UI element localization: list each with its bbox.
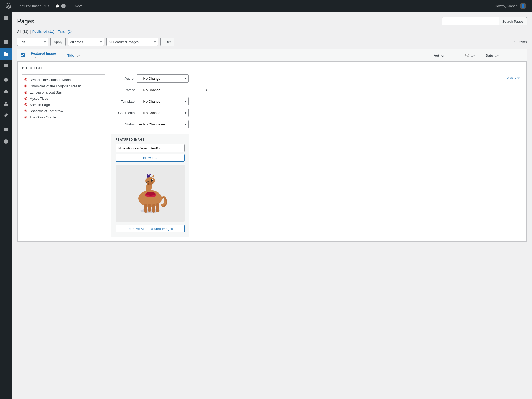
wordpress-logo-icon: [6, 3, 11, 9]
page-item-label: Mystic Tides: [30, 97, 48, 101]
admin-bar: Featured Image Plus 💬 0 + New Howdy, Kra…: [0, 0, 532, 12]
remove-all-featured-images-button[interactable]: Remove ALL Featured Images: [116, 225, 185, 232]
comments-select[interactable]: — No Change —: [137, 109, 189, 117]
bulk-actions-select[interactable]: Edit ▾: [17, 38, 48, 46]
status-field-row: Status — No Change —: [111, 120, 499, 128]
parent-select-wrapper: — No Change —: [137, 86, 209, 94]
new-label: + New: [72, 4, 82, 8]
list-item: ⊗ Echoes of a Lost Star: [24, 89, 103, 95]
sidebar-item-play[interactable]: [0, 136, 12, 148]
bulk-actions-label: Edit: [19, 40, 25, 44]
svg-rect-7: [5, 90, 7, 91]
user-avatar: 👤: [520, 3, 526, 9]
list-item: ⊗ Mystic Tides: [24, 95, 103, 102]
dates-chevron: ▾: [100, 40, 102, 44]
svg-point-24: [146, 192, 155, 196]
sidebar-item-tools[interactable]: [0, 110, 12, 122]
bulk-edit-fields: Author — No Change — Parent: [111, 74, 499, 237]
appearance-icon: [3, 77, 9, 82]
admin-bar-right: Howdy, Krasen 👤: [492, 3, 529, 9]
sidebar-item-dashboard[interactable]: [0, 12, 12, 24]
svg-rect-0: [4, 16, 6, 18]
bulk-edit-title: BULK EDIT: [22, 66, 522, 70]
svg-point-16: [148, 183, 149, 185]
toolbar: Edit ▾ Apply All dates ▾ All Featured Im…: [17, 38, 527, 46]
sidebar-item-users[interactable]: [0, 98, 12, 110]
comments-sort: ▲▼: [471, 55, 475, 57]
page-item-label: Shadows of Tomorrow: [30, 109, 63, 113]
remove-page-icon[interactable]: ⊗: [24, 109, 28, 113]
svg-point-8: [5, 102, 7, 104]
list-item: ⊗ The Glass Oracle: [24, 114, 103, 120]
sidebar-item-media[interactable]: [0, 36, 12, 48]
search-input[interactable]: [442, 17, 499, 25]
sidebar-item-plugins[interactable]: [0, 86, 12, 98]
page-item-label: Sample Page: [30, 103, 50, 107]
template-select[interactable]: — No Change —: [137, 97, 189, 105]
template-field-row: Template — No Change —: [111, 97, 499, 105]
status-all[interactable]: All (11): [17, 30, 28, 34]
remove-page-icon[interactable]: ⊗: [24, 96, 28, 101]
comments-sort-icon: 💬: [465, 54, 469, 57]
author-select[interactable]: — No Change —: [137, 74, 189, 83]
title-sort: ▲▼: [76, 55, 80, 57]
images-chevron: ▾: [154, 40, 156, 44]
comment-icon: 💬: [55, 4, 59, 8]
sidebar-item-posts[interactable]: [0, 24, 12, 36]
svg-rect-21: [152, 204, 155, 213]
sidebar-item-featured-image[interactable]: [0, 124, 12, 136]
featured-image-plugin-icon: [3, 127, 9, 132]
wp-logo[interactable]: [3, 0, 15, 12]
dates-filter-select[interactable]: All dates ▾: [68, 38, 104, 46]
search-pages-button[interactable]: Search Pages: [499, 17, 527, 25]
bulk-edit-layout: ⊗ Beneath the Crimson Moon ⊗ Chronicles …: [22, 74, 522, 237]
parent-field-row: Parent — No Change —: [111, 86, 499, 94]
remove-page-icon[interactable]: ⊗: [24, 78, 28, 82]
status-links: All (11) | Published (11) | Trash (1): [17, 30, 527, 34]
image-url-input[interactable]: [116, 144, 185, 152]
status-select[interactable]: — No Change —: [137, 120, 189, 128]
sidebar-item-comments[interactable]: [0, 60, 12, 72]
admin-bar-new[interactable]: + New: [69, 0, 85, 12]
status-trash[interactable]: Trash (1): [58, 30, 72, 34]
images-label: All Featured Images: [109, 40, 139, 44]
media-icon: [3, 39, 9, 44]
page-vertical-label[interactable]: page: [506, 75, 522, 81]
filter-button[interactable]: Filter: [160, 38, 175, 46]
select-all-checkbox[interactable]: [21, 53, 25, 57]
admin-bar-site[interactable]: Featured Image Plus: [15, 0, 52, 12]
select-all-header[interactable]: [17, 49, 28, 62]
remove-page-icon[interactable]: ⊗: [24, 115, 28, 119]
sidebar-item-pages[interactable]: [0, 48, 12, 60]
apply-button[interactable]: Apply: [50, 38, 66, 46]
remove-page-icon[interactable]: ⊗: [24, 90, 28, 94]
bulk-edit-panel: BULK EDIT ⊗ Beneath the Crimson Moon ⊗: [17, 62, 527, 241]
remove-page-icon[interactable]: ⊗: [24, 103, 28, 107]
site-name-label: Featured Image Plus: [18, 4, 49, 8]
page-nav-area: page: [506, 74, 522, 237]
sidebar-item-appearance[interactable]: [0, 74, 12, 86]
browse-button[interactable]: Browse...: [116, 154, 185, 162]
col-comments[interactable]: 💬 ▲▼: [462, 49, 483, 62]
admin-bar-comments[interactable]: 💬 0: [52, 0, 69, 12]
images-filter-select[interactable]: All Featured Images ▾: [106, 38, 158, 46]
status-field-label: Status: [111, 122, 135, 126]
template-select-wrapper: — No Change —: [137, 97, 189, 105]
featured-image-col-label: Featured Image: [31, 51, 56, 55]
svg-rect-19: [144, 204, 147, 213]
author-select-wrapper: — No Change —: [137, 74, 189, 83]
pages-icon: [3, 51, 9, 56]
featured-image-preview: [116, 165, 185, 222]
user-greeting[interactable]: Howdy, Krasen 👤: [492, 3, 529, 9]
posts-icon: [3, 27, 9, 32]
remove-page-icon[interactable]: ⊗: [24, 84, 28, 88]
search-box: Search Pages: [442, 17, 527, 25]
col-featured-image[interactable]: Featured Image ▲▼: [28, 49, 64, 62]
bulk-edit-pages-list: ⊗ Beneath the Crimson Moon ⊗ Chronicles …: [22, 74, 105, 147]
status-published[interactable]: Published (11): [32, 30, 54, 34]
comments-field-label: Comments: [111, 111, 135, 115]
date-col-label: Date: [486, 54, 493, 57]
parent-select[interactable]: — No Change —: [137, 86, 209, 94]
table-header-row: Featured Image ▲▼ Title ▲▼ Author 💬 ▲▼ D…: [17, 49, 527, 62]
col-title[interactable]: Title ▲▼: [64, 49, 431, 62]
